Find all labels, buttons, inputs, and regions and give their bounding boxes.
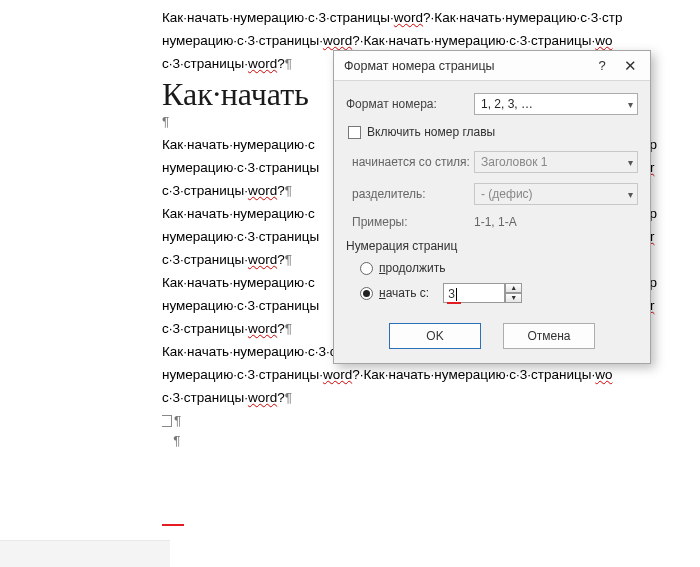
separator-combo: - (дефис) ▾	[474, 183, 638, 205]
radio-icon	[360, 287, 373, 300]
include-chapter-label: Включить номер главы	[367, 125, 495, 139]
empty-paragraph: ¶	[162, 431, 700, 451]
separator-label: разделитель:	[346, 187, 474, 201]
chevron-down-icon: ▾	[628, 99, 633, 110]
page-margin-area	[0, 540, 170, 567]
format-combo[interactable]: 1, 2, 3, … ▾	[474, 93, 638, 115]
body-paragraph: с·3·страницы·word?¶	[162, 388, 700, 408]
examples-value: 1-1, 1-A	[474, 215, 517, 229]
body-paragraph: нумерацию·с·3·страницы·word?·Как·начать·…	[162, 365, 700, 385]
spin-down-button[interactable]: ▼	[505, 293, 522, 303]
body-paragraph: Как·начать·нумерацию·с·3·страницы·word?·…	[162, 8, 700, 28]
starts-style-label: начинается со стиля:	[346, 155, 474, 169]
start-at-spinner[interactable]: 3 ▲ ▼	[443, 283, 522, 303]
start-at-label: начать с:	[379, 286, 429, 300]
ok-button[interactable]: OK	[389, 323, 481, 349]
page-number-format-dialog: Формат номера страницы ? ✕ Формат номера…	[333, 50, 651, 364]
page-break-marker: ¶	[162, 411, 700, 431]
format-value: 1, 2, 3, …	[481, 97, 533, 111]
starts-style-value: Заголовок 1	[481, 155, 547, 169]
include-chapter-checkbox[interactable]: Включить номер главы	[348, 125, 638, 139]
dialog-title: Формат номера страницы	[344, 59, 588, 73]
dialog-titlebar[interactable]: Формат номера страницы ? ✕	[334, 51, 650, 81]
checkbox-icon	[348, 126, 361, 139]
annotation-mark	[162, 524, 184, 526]
radio-icon	[360, 262, 373, 275]
numbering-group-label: Нумерация страниц	[346, 239, 638, 253]
page-rect-icon	[162, 415, 172, 427]
chevron-down-icon: ▾	[628, 157, 633, 168]
body-paragraph: нумерацию·с·3·страницы·word?·Как·начать·…	[162, 31, 700, 51]
spin-up-button[interactable]: ▲	[505, 283, 522, 293]
cancel-button[interactable]: Отмена	[503, 323, 595, 349]
start-at-radio[interactable]: начать с: 3 ▲ ▼	[360, 283, 638, 303]
examples-label: Примеры:	[346, 215, 474, 229]
close-button[interactable]: ✕	[616, 55, 644, 77]
starts-style-combo: Заголовок 1 ▾	[474, 151, 638, 173]
chevron-down-icon: ▾	[628, 189, 633, 200]
start-at-input[interactable]: 3	[443, 283, 505, 303]
continue-radio[interactable]: продолжить	[360, 261, 638, 275]
continue-label: продолжить	[379, 261, 445, 275]
separator-value: - (дефис)	[481, 187, 533, 201]
help-button[interactable]: ?	[588, 55, 616, 77]
format-label: Формат номера:	[346, 97, 474, 111]
